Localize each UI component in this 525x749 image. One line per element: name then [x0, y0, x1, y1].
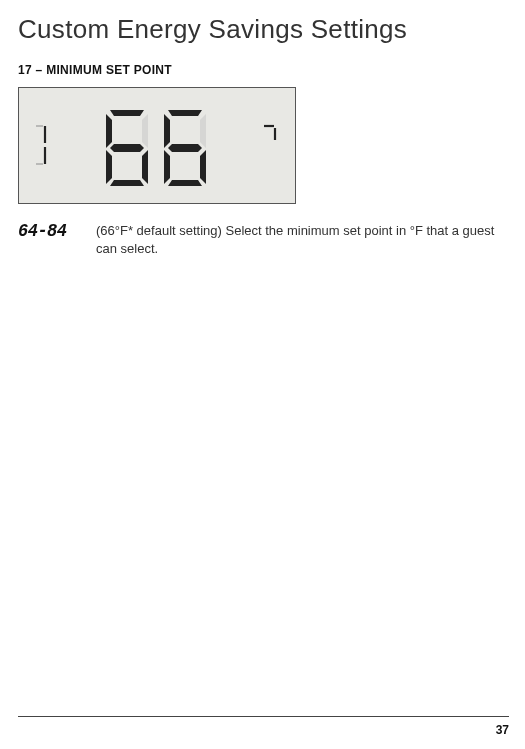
svg-marker-6 [106, 150, 112, 184]
svg-marker-15 [168, 144, 202, 152]
svg-marker-10 [142, 114, 148, 148]
svg-marker-7 [142, 150, 148, 184]
svg-marker-13 [164, 150, 170, 184]
svg-marker-8 [110, 144, 144, 152]
svg-marker-12 [164, 114, 170, 148]
footer-rule [18, 716, 509, 717]
svg-marker-5 [106, 114, 112, 148]
setting-description: (66°F* default setting) Select the minim… [96, 222, 496, 257]
segment-one-left [33, 120, 51, 175]
setting-description-row: 64-84 (66°F* default setting) Select the… [18, 222, 507, 257]
digit-6-first [100, 106, 154, 190]
lcd-right-segment [249, 102, 279, 193]
svg-marker-16 [168, 180, 202, 186]
digit-6-second [158, 106, 212, 190]
lcd-left-segment [33, 102, 63, 193]
page-number: 37 [496, 723, 509, 737]
svg-marker-14 [200, 150, 206, 184]
lcd-display [18, 87, 296, 204]
range-label: 64-84 [18, 222, 80, 242]
svg-marker-9 [110, 180, 144, 186]
svg-marker-4 [110, 110, 144, 116]
svg-marker-17 [200, 114, 206, 148]
section-heading: 17 – MINIMUM SET POINT [18, 63, 507, 77]
lcd-center-value [63, 106, 249, 190]
page-title: Custom Energy Savings Settings [18, 14, 507, 45]
svg-marker-11 [168, 110, 202, 116]
segment-seven-right [261, 112, 279, 167]
